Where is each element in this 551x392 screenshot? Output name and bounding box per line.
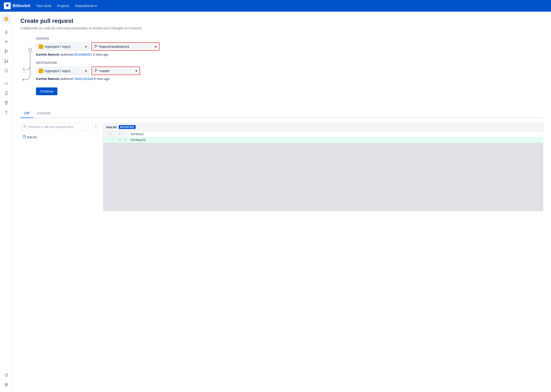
line-content-1: termxyz bbox=[129, 131, 543, 137]
continue-button[interactable]: Continue bbox=[36, 87, 57, 95]
svg-point-21 bbox=[95, 45, 96, 46]
destination-branch-value: master bbox=[99, 69, 110, 73]
source-repo-chevron: ▾ bbox=[85, 45, 87, 49]
logo-text: Bitbucket bbox=[13, 4, 30, 8]
svg-point-9 bbox=[5, 59, 6, 60]
sidebar-icon-bookmark[interactable] bbox=[2, 89, 11, 98]
sidebar-icon-code[interactable]: </> bbox=[2, 15, 11, 23]
diff-search-box bbox=[20, 123, 89, 131]
sidebar-icon-pipelines[interactable] bbox=[2, 66, 11, 75]
main-content: Create pull request Collaborate on code … bbox=[13, 12, 551, 392]
destination-branch-icon bbox=[94, 69, 98, 73]
source-repo-icon bbox=[39, 44, 43, 49]
sidebar-icon-code2[interactable] bbox=[2, 79, 11, 88]
source-branch-value: feature/newfeature1 bbox=[99, 45, 130, 49]
page-title: Create pull request bbox=[20, 17, 543, 24]
bitbucket-logo-icon bbox=[4, 2, 11, 9]
diff-filename: test.txt bbox=[106, 125, 117, 129]
diff-layout: test.txt « test.txt MODIFIED 1 1 termxyz bbox=[20, 123, 543, 211]
sidebar-divider-1 bbox=[2, 25, 10, 26]
sidebar-icon-branches[interactable] bbox=[2, 47, 11, 56]
diff-tabs: Diff Commits bbox=[20, 109, 543, 118]
svg-point-28 bbox=[24, 125, 26, 127]
source-branch-chevron: ▾ bbox=[155, 45, 157, 49]
source-branch-icon bbox=[94, 44, 98, 49]
sidebar-icon-source[interactable] bbox=[2, 27, 11, 36]
search-icon bbox=[23, 125, 26, 129]
svg-text:⇅: ⇅ bbox=[23, 68, 25, 71]
svg-point-11 bbox=[7, 60, 8, 61]
svg-point-13 bbox=[5, 101, 6, 102]
sidebar-icon-sync[interactable] bbox=[2, 371, 11, 379]
diff-line-1: 1 1 termxyz bbox=[103, 131, 543, 137]
svg-rect-2 bbox=[5, 33, 8, 34]
destination-repo-value: myproject / repo1 bbox=[44, 69, 71, 73]
tab-diff[interactable]: Diff bbox=[20, 109, 33, 118]
svg-point-25 bbox=[95, 69, 96, 70]
sidebar-icon-commits[interactable] bbox=[2, 37, 11, 46]
svg-point-14 bbox=[7, 101, 8, 102]
sidebar-divider-2 bbox=[2, 77, 10, 77]
nav-your-work[interactable]: Your work bbox=[36, 4, 51, 8]
collapse-button[interactable]: « bbox=[92, 123, 99, 130]
diff-line-2: 2 + termxyz1 bbox=[103, 137, 543, 143]
source-label: Source bbox=[36, 37, 543, 40]
modified-badge: MODIFIED bbox=[119, 125, 136, 129]
diff-empty-area bbox=[103, 143, 543, 211]
svg-point-16 bbox=[6, 384, 7, 385]
line-content-2: termxyz1 bbox=[129, 137, 543, 143]
sidebar-icon-pullrequests[interactable] bbox=[2, 57, 11, 65]
line-num-old-1: 1 bbox=[103, 131, 113, 137]
diff-table: 1 1 termxyz 2 + termxyz1 bbox=[103, 131, 543, 143]
file-icon bbox=[22, 135, 26, 139]
nav-repositories[interactable]: Repositories ▾ bbox=[75, 4, 97, 8]
diff-file-name: test.txt bbox=[27, 135, 36, 139]
sidebar: </> bbox=[0, 12, 13, 392]
diff-sidebar-panel: test.txt bbox=[20, 123, 89, 141]
destination-branch-chevron: ▾ bbox=[135, 69, 137, 73]
destination-branch-select[interactable]: master ▾ bbox=[91, 67, 140, 75]
top-navigation: Bitbucket Your work Projects Repositorie… bbox=[0, 0, 551, 12]
sidebar-icon-merge[interactable] bbox=[2, 108, 11, 117]
svg-point-17 bbox=[29, 48, 32, 51]
diff-view: test.txt MODIFIED 1 1 termxyz 2 + term bbox=[103, 123, 543, 211]
svg-rect-20 bbox=[39, 45, 42, 48]
svg-line-29 bbox=[25, 127, 26, 128]
destination-selector-row: myproject / repo1 ▾ bbox=[36, 67, 543, 75]
svg-point-12 bbox=[5, 69, 8, 72]
svg-rect-24 bbox=[39, 69, 42, 72]
tab-commits[interactable]: Commits bbox=[33, 109, 54, 118]
source-branch-select[interactable]: feature/newfeature1 ▾ bbox=[91, 42, 160, 51]
svg-point-3 bbox=[6, 41, 7, 42]
line-indicator-2: + bbox=[123, 137, 129, 143]
line-num-old-2 bbox=[103, 137, 113, 143]
dropdown-chevron-icon: ▾ bbox=[95, 4, 97, 8]
diff-header: test.txt MODIFIED bbox=[103, 123, 543, 131]
source-selector-row: myproject / repo1 ▾ bbox=[36, 42, 543, 51]
source-author-line: Karthik Mahesh authored 001c99eb5f1 2 mi… bbox=[36, 53, 543, 56]
svg-point-6 bbox=[5, 50, 6, 51]
svg-point-15 bbox=[6, 104, 7, 105]
destination-commit-link[interactable]: 784d11916a9 bbox=[74, 77, 93, 81]
destination-label: Destination bbox=[36, 61, 543, 65]
destination-repo-select[interactable]: myproject / repo1 ▾ bbox=[36, 67, 89, 75]
line-num-new-2: 2 bbox=[113, 137, 123, 143]
svg-text:</>: </> bbox=[4, 18, 8, 20]
logo[interactable]: Bitbucket bbox=[4, 2, 30, 9]
line-indicator-1 bbox=[123, 131, 129, 137]
page-subtitle: Collaborate on code by choosing teammate… bbox=[20, 26, 543, 30]
svg-point-7 bbox=[5, 52, 6, 53]
line-num-new-1: 1 bbox=[113, 131, 123, 137]
destination-repo-chevron: ▾ bbox=[85, 69, 87, 73]
sidebar-icon-fork[interactable] bbox=[2, 99, 11, 107]
destination-repo-icon bbox=[39, 69, 43, 73]
diff-file-item-test[interactable]: test.txt bbox=[20, 134, 89, 141]
diff-search-input[interactable] bbox=[28, 125, 86, 129]
destination-author-line: Karthik Mahesh authored 784d11916a9 6 mi… bbox=[36, 77, 543, 81]
source-repo-value: myproject / repo1 bbox=[44, 45, 71, 49]
source-commit-link[interactable]: 001c99eb5f1 bbox=[74, 53, 92, 56]
nav-projects[interactable]: Projects bbox=[57, 4, 70, 8]
source-repo-select[interactable]: myproject / repo1 ▾ bbox=[36, 43, 89, 51]
svg-point-26 bbox=[95, 71, 96, 72]
sidebar-icon-settings[interactable] bbox=[2, 380, 11, 389]
